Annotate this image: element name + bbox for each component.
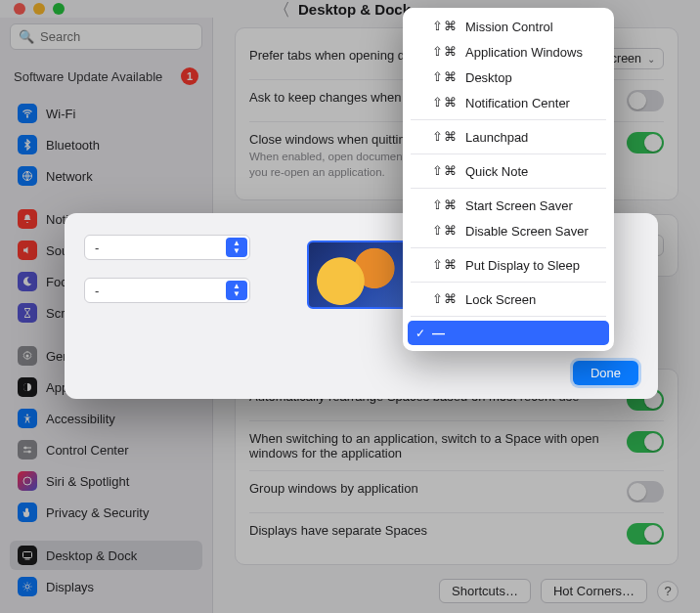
corner-bottom-left-value: - xyxy=(95,284,99,298)
sidebar-item-label: Desktop & Dock xyxy=(46,548,137,563)
sidebar-item-privacy-security[interactable]: Privacy & Security xyxy=(10,498,202,527)
menu-item-label: Quick Note xyxy=(465,164,528,179)
search-field[interactable]: 🔍 xyxy=(10,23,202,50)
svg-point-5 xyxy=(24,447,26,449)
sidebar-item-desktop-dock[interactable]: Desktop & Dock xyxy=(10,541,202,570)
menu-separator xyxy=(411,282,606,283)
page-title: Desktop & Dock xyxy=(298,1,411,18)
menu-item-app-windows[interactable]: ⇧⌘ Application Windows xyxy=(403,39,614,65)
focus-icon xyxy=(18,272,37,291)
bluetooth-icon xyxy=(18,135,37,154)
menu-item-notification-center[interactable]: ⇧⌘ Notification Center xyxy=(403,90,614,115)
menu-item-none[interactable]: — xyxy=(408,321,609,345)
hand-icon xyxy=(18,503,37,522)
window-traffic-lights xyxy=(14,3,65,15)
shortcut-keys: ⇧⌘ xyxy=(432,129,458,145)
menu-item-desktop[interactable]: ⇧⌘ Desktop xyxy=(403,65,614,90)
hot-corners-button[interactable]: Hot Corners… xyxy=(541,579,647,603)
menu-item-label: Launchpad xyxy=(465,130,528,145)
switch-space-switch[interactable] xyxy=(627,431,664,453)
group-windows-label: Group windows by application xyxy=(249,481,613,496)
sidebar-item-label: Control Center xyxy=(46,443,129,458)
switch-space-label: When switching to an application, switch… xyxy=(249,431,613,460)
sidebar-item-siri-spotlight[interactable]: Siri & Spotlight xyxy=(10,466,202,496)
sidebar-item-control-center[interactable]: Control Center xyxy=(10,435,202,464)
shortcut-keys: ⇧⌘ xyxy=(432,19,458,34)
menu-item-label: Mission Control xyxy=(465,20,553,34)
bell-icon xyxy=(18,209,37,229)
displays-icon xyxy=(18,577,37,596)
accessibility-icon xyxy=(18,409,37,428)
corner-action-menu: ⇧⌘ Mission Control ⇧⌘ Application Window… xyxy=(403,8,614,351)
menu-item-label: Notification Center xyxy=(465,96,570,110)
done-button[interactable]: Done xyxy=(573,361,638,385)
group-windows-switch[interactable] xyxy=(627,481,664,503)
svg-rect-8 xyxy=(23,552,32,558)
menu-item-label: Application Windows xyxy=(465,45,583,60)
corner-top-left-combo[interactable]: - ▲▼ xyxy=(84,235,250,260)
sidebar-item-label: Accessibility xyxy=(46,412,115,426)
search-input[interactable] xyxy=(40,29,204,44)
svg-point-6 xyxy=(28,451,30,453)
zoom-window-button[interactable] xyxy=(53,3,65,15)
shortcut-keys: ⇧⌘ xyxy=(432,44,458,60)
shortcut-keys: ⇧⌘ xyxy=(432,223,458,239)
sidebar-item-accessibility[interactable]: Accessibility xyxy=(10,404,202,433)
sidebar-item-label: Bluetooth xyxy=(46,138,100,153)
hourglass-icon xyxy=(18,303,37,323)
svg-point-9 xyxy=(25,585,29,589)
combo-stepper-icon: ▲▼ xyxy=(226,238,247,257)
svg-point-0 xyxy=(27,116,28,117)
sidebar-item-network[interactable]: Network xyxy=(10,161,202,191)
menu-item-sleep-display[interactable]: ⇧⌘ Put Display to Sleep xyxy=(403,252,614,278)
menu-item-disable-screen-saver[interactable]: ⇧⌘ Disable Screen Saver xyxy=(403,218,614,243)
network-icon xyxy=(18,166,37,186)
menu-item-start-screen-saver[interactable]: ⇧⌘ Start Screen Saver xyxy=(403,193,614,218)
corner-top-left-value: - xyxy=(95,241,99,255)
shortcut-keys: ⇧⌘ xyxy=(432,197,458,213)
shortcut-keys: ⇧⌘ xyxy=(432,69,458,85)
sidebar-item-wifi[interactable]: Wi-Fi xyxy=(10,99,202,128)
menu-separator xyxy=(411,316,606,317)
sidebar-item-displays[interactable]: Displays xyxy=(10,572,202,601)
sidebar-item-label: Network xyxy=(46,169,93,184)
separate-spaces-switch[interactable] xyxy=(627,523,664,545)
menu-separator xyxy=(411,188,606,189)
close-window-button[interactable] xyxy=(14,3,25,15)
software-update-label: Software Update Available xyxy=(14,69,162,84)
update-badge: 1 xyxy=(181,67,198,85)
wifi-icon xyxy=(18,104,37,123)
menu-separator xyxy=(411,247,606,248)
menu-item-label: Put Display to Sleep xyxy=(465,258,580,273)
search-icon: 🔍 xyxy=(19,29,34,44)
menu-separator xyxy=(411,153,606,154)
back-button[interactable]: 〈 xyxy=(284,0,288,18)
screen-preview xyxy=(307,241,416,309)
menu-item-quick-note[interactable]: ⇧⌘ Quick Note xyxy=(403,158,614,184)
shortcuts-button[interactable]: Shortcuts… xyxy=(439,579,531,603)
siri-icon xyxy=(18,471,37,491)
svg-point-7 xyxy=(23,477,31,485)
ask-keep-changes-switch[interactable] xyxy=(627,90,664,111)
chevrons-icon: ⌄ xyxy=(647,54,655,65)
help-button[interactable]: ? xyxy=(657,581,678,602)
close-windows-switch[interactable] xyxy=(627,132,664,153)
sidebar-item-label: Privacy & Security xyxy=(46,505,149,520)
sidebar-item-bluetooth[interactable]: Bluetooth xyxy=(10,130,202,159)
minimize-window-button[interactable] xyxy=(33,3,45,15)
menu-item-mission-control[interactable]: ⇧⌘ Mission Control xyxy=(403,14,614,39)
menu-item-label: Desktop xyxy=(465,70,512,85)
sidebar-item-label: Wi-Fi xyxy=(46,107,75,121)
menu-item-lock-screen[interactable]: ⇧⌘ Lock Screen xyxy=(403,286,614,312)
menu-item-launchpad[interactable]: ⇧⌘ Launchpad xyxy=(403,124,614,150)
menu-separator xyxy=(411,119,606,120)
sliders-icon xyxy=(18,440,37,460)
combo-stepper-icon: ▲▼ xyxy=(226,281,247,300)
corner-bottom-left-combo[interactable]: - ▲▼ xyxy=(84,278,250,303)
svg-point-4 xyxy=(26,415,28,416)
software-update-row[interactable]: Software Update Available 1 xyxy=(10,62,202,97)
sidebar-item-label: Siri & Spotlight xyxy=(46,474,129,489)
gear-icon xyxy=(18,346,37,366)
shortcut-keys: ⇧⌘ xyxy=(432,163,458,179)
sidebar-item-label: Displays xyxy=(46,580,94,594)
